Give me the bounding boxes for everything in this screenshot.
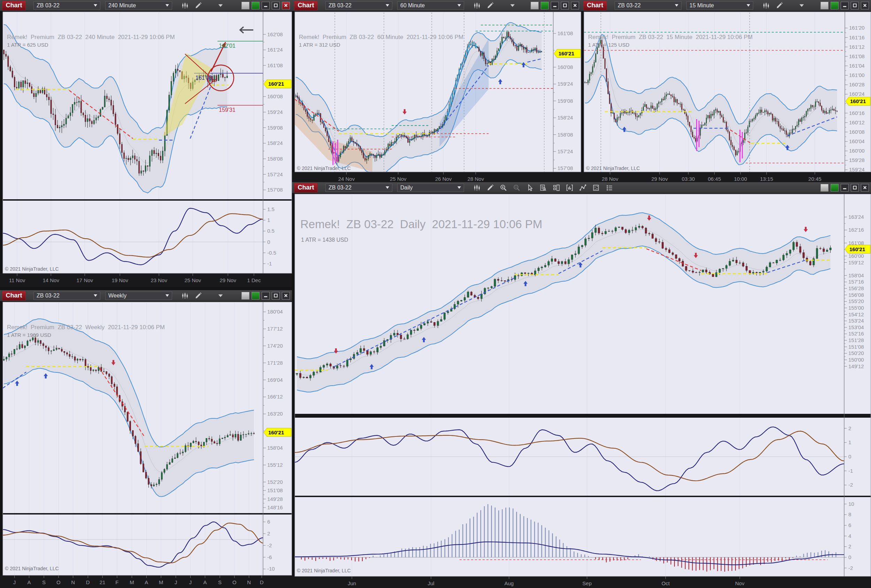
instrument-select[interactable]: ZB 03-22 [33,292,100,300]
link-green-button[interactable] [831,2,839,9]
sub-axis-label: 2 [849,543,851,549]
chart-trader-icon[interactable] [552,184,560,192]
chart-style-icon[interactable] [181,292,189,299]
instrument-select[interactable]: ZB 03-22 [33,1,100,10]
interval-select[interactable]: 60 Minute [397,1,464,10]
minimize-button[interactable] [262,292,270,299]
chart-menu-button[interactable]: Chart [583,1,607,10]
titlebar[interactable]: Chart ZB 03-22 Daily [292,182,871,193]
price-marker-value: 160'21 [849,246,865,252]
zoom-in-icon[interactable] [500,184,507,192]
interval-select[interactable]: 15 Minute [686,1,753,10]
close-button[interactable] [571,2,579,9]
price-axis-label: 160'00 [849,253,864,259]
drawing-line-icon[interactable] [579,184,587,192]
cursor-icon[interactable] [526,184,534,192]
link-gray-button[interactable] [241,2,250,9]
price-axis-label: 157'16 [849,279,864,284]
maximize-button[interactable] [851,184,859,192]
toolbar-overflow-icon[interactable] [798,2,805,9]
instrument-select[interactable]: ZB 03-22 [615,1,681,10]
chart-canvas-240-minute[interactable]: 162'01161'00159'311.510.50-0.5-1162'0816… [0,11,292,290]
drawing-tools-icon[interactable] [486,184,494,192]
price-axis-label: 161'08 [267,62,283,68]
maximize-button[interactable] [272,2,280,9]
strategy-icon[interactable] [592,184,600,192]
toolbar-overflow-icon[interactable] [217,292,224,299]
instrument-select[interactable]: ZB 03-22 [325,184,392,192]
maximize-button[interactable] [272,292,280,299]
interval-select[interactable]: Weekly [105,292,172,300]
toolbar-overflow-icon[interactable] [509,2,516,9]
interval-select[interactable]: Daily [397,184,464,192]
close-button[interactable] [861,2,869,9]
price-axis-label: 158'24 [557,115,573,121]
chart-menu-button[interactable]: Chart [2,291,26,301]
chart-style-icon[interactable] [473,184,481,192]
minimize-button[interactable] [841,184,849,192]
chart-canvas-weekly[interactable]: 62-2-6-10180'04177'12174'20171'28169'041… [0,301,292,588]
chart-header-atr: 1 ATR = 1438 USD [301,237,348,243]
titlebar[interactable]: Chart ZB 03-22 60 Minute [292,0,581,11]
copyright-label: © 2021 NinjaTrader, LLC [586,166,640,171]
close-button[interactable] [861,184,869,192]
chart-menu-button[interactable]: Chart [2,1,26,10]
chart-style-icon[interactable] [473,2,481,9]
link-gray-button[interactable] [241,292,250,299]
price-marker-value: 160'21 [850,98,866,104]
minimize-button[interactable] [551,2,559,9]
price-axis-label: 159'24 [267,109,283,115]
toolbar-overflow-icon[interactable] [217,2,224,9]
minimize-button[interactable] [262,2,270,9]
maximize-button[interactable] [851,2,859,9]
properties-list-icon[interactable] [606,184,613,192]
chevron-down-icon [386,186,389,189]
close-button[interactable] [282,2,290,9]
chart-style-icon[interactable] [181,2,189,9]
link-green-button[interactable] [831,184,839,192]
chart-canvas-15-minute[interactable]: 161'20161'16161'12161'08161'04161'00160'… [581,11,871,182]
link-gray-button[interactable] [820,184,829,192]
price-axis-label: 149'28 [267,496,283,502]
date-label: A [203,579,207,585]
price-axis-label: 163'20 [267,411,283,417]
data-box-icon[interactable] [539,184,547,192]
close-button[interactable] [282,292,290,299]
time-axis[interactable] [292,576,871,588]
chart-canvas-daily[interactable]: 210-1-21086420-2163'24162'16161'08160'00… [292,193,871,588]
drawing-tools-icon[interactable] [486,2,494,9]
instrument-select[interactable]: ZB 03-22 [325,1,392,10]
drawing-tools-icon[interactable] [775,2,783,9]
chart-menu-button[interactable]: Chart [294,1,318,10]
price-marker-value: 160'21 [268,81,284,87]
instrument-value: ZB 03-22 [329,185,386,191]
price-axis-label: 174'20 [267,343,283,349]
link-green-button[interactable] [541,2,549,9]
link-green-button[interactable] [251,292,260,299]
chart-header-title: Remek! Premium ZB 03-22 60 Minute 2021-1… [299,34,463,40]
chart-style-icon[interactable] [762,2,770,9]
time-axis[interactable] [581,172,871,182]
date-label: N [247,579,251,585]
link-green-button[interactable] [251,2,260,9]
maximize-button[interactable] [561,2,569,9]
chart-canvas-60-minute[interactable]: 161'08160'08159'24159'08158'24158'08157'… [292,11,581,182]
price-axis-label: 161'12 [849,44,865,50]
sub-axis-label: 1 [849,439,851,445]
titlebar[interactable]: Chart ZB 03-22 Weekly [0,290,292,301]
link-gray-button[interactable] [531,2,539,9]
sub-axis-label: 1.5 [267,206,275,212]
indicators-icon[interactable] [566,184,573,192]
chart-menu-button[interactable]: Chart [294,183,318,193]
drawing-tools-icon[interactable] [195,292,202,299]
interval-select[interactable]: 240 Minute [105,1,172,10]
price-axis-label: 180'04 [267,309,283,314]
instrument-value: ZB 03-22 [37,293,94,299]
instrument-value: ZB 03-22 [37,3,94,9]
titlebar[interactable]: Chart ZB 03-22 240 Minute [0,0,292,11]
drawing-tools-icon[interactable] [195,2,202,9]
price-axis-label: 151'08 [267,487,283,493]
titlebar[interactable]: Chart ZB 03-22 15 Minute [581,0,871,11]
link-gray-button[interactable] [820,2,829,9]
minimize-button[interactable] [841,2,849,9]
